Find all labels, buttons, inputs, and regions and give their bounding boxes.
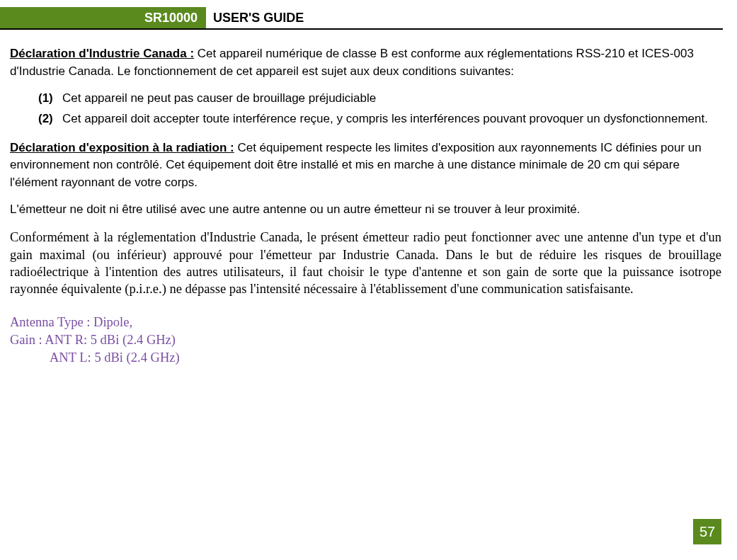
page-number: 57 — [693, 519, 721, 544]
header-accent-bar — [0, 7, 142, 28]
ic-regulation-para: Conformément à la réglementation d'Indus… — [10, 229, 721, 298]
list-item: (2) Cet appareil doit accepter toute int… — [38, 110, 721, 128]
antenna-gain-r: Gain : ANT R: 5 dBi (2.4 GHz) — [10, 331, 721, 349]
conditions-list: (1) Cet appareil ne peut pas causer de b… — [10, 90, 721, 127]
emitter-note-para: L'émetteur ne doit ni être utilisé avec … — [10, 201, 721, 219]
list-item: (1) Cet appareil ne peut pas causer de b… — [38, 90, 721, 108]
page-content: Déclaration d'Industrie Canada : Cet app… — [0, 30, 737, 367]
antenna-type: Antenna Type : Dipole, — [10, 314, 721, 331]
document-title: USER'S GUIDE — [206, 7, 304, 28]
radiation-exposure-para: Déclaration d'exposition à la radiation … — [10, 139, 721, 192]
declaration-canada-para: Déclaration d'Industrie Canada : Cet app… — [10, 45, 721, 80]
list-text: Cet appareil doit accepter toute interfé… — [62, 110, 708, 128]
radiation-exposure-lead: Déclaration d'exposition à la radiation … — [10, 141, 234, 154]
antenna-spec-block: Antenna Type : Dipole, Gain : ANT R: 5 d… — [10, 314, 721, 367]
product-model: SR10000 — [142, 7, 206, 28]
antenna-gain-l: ANT L: 5 dBi (2.4 GHz) — [10, 349, 721, 367]
list-number: (1) — [38, 90, 62, 108]
list-text: Cet appareil ne peut pas causer de broui… — [62, 90, 376, 108]
document-header: SR10000 USER'S GUIDE — [0, 7, 723, 30]
declaration-canada-lead: Déclaration d'Industrie Canada : — [10, 47, 194, 60]
list-number: (2) — [38, 110, 62, 128]
